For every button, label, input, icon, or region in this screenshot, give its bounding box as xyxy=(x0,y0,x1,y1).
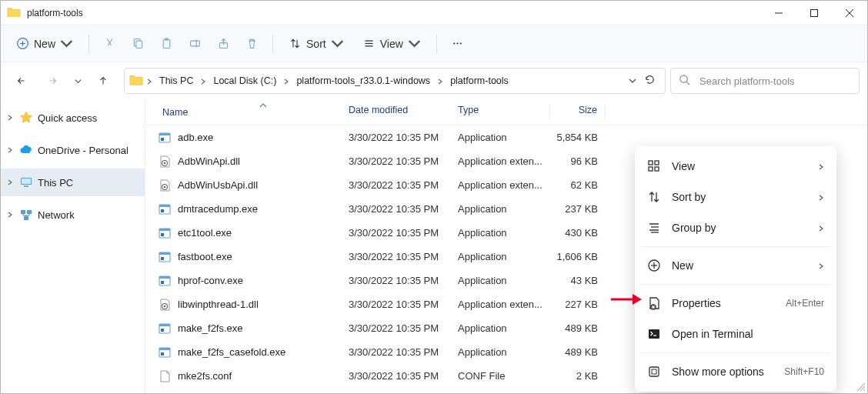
refresh-button[interactable] xyxy=(644,74,656,88)
chevron-right-icon[interactable] xyxy=(283,74,289,88)
chevron-right-icon[interactable] xyxy=(5,212,15,218)
explorer-window: platform-tools New Sort View xyxy=(0,0,868,394)
sidebar-item-network[interactable]: Network xyxy=(1,201,145,229)
back-button[interactable] xyxy=(8,68,35,94)
file-name: make_f2fs_casefold.exe xyxy=(178,346,349,358)
context-new[interactable]: New xyxy=(639,250,832,281)
file-date: 3/30/2022 10:35 PM xyxy=(349,275,458,286)
column-name[interactable]: Name xyxy=(158,105,349,120)
address-bar-row: This PC Local Disk (C:) platform-tools_r… xyxy=(1,62,867,99)
svg-rect-41 xyxy=(161,209,164,212)
view-button[interactable]: View xyxy=(355,31,429,57)
file-date: 3/30/2022 10:35 PM xyxy=(349,227,458,239)
file-icon xyxy=(158,202,172,216)
paste-button[interactable] xyxy=(154,31,179,57)
copy-button[interactable] xyxy=(125,31,151,57)
column-type[interactable]: Type xyxy=(458,105,550,120)
svg-rect-30 xyxy=(27,210,32,214)
dropdown-button[interactable] xyxy=(629,74,636,88)
forward-button[interactable] xyxy=(39,68,65,94)
svg-rect-57 xyxy=(159,348,170,350)
file-size: 43 KB xyxy=(550,275,606,286)
file-type: CONF File xyxy=(458,370,550,382)
group-icon xyxy=(647,221,661,235)
view-label: View xyxy=(380,38,403,50)
file-size: 227 KB xyxy=(550,299,606,310)
breadcrumb-disk[interactable]: Local Disk (C:) xyxy=(209,73,280,88)
column-size[interactable]: Size xyxy=(550,105,606,120)
cut-button[interactable] xyxy=(97,31,122,57)
maximize-button[interactable] xyxy=(796,1,832,25)
svg-rect-62 xyxy=(655,161,659,165)
file-name: etc1tool.exe xyxy=(178,227,349,239)
chevron-right-icon[interactable] xyxy=(5,179,15,185)
breadcrumb-folder2[interactable]: platform-tools xyxy=(446,73,512,88)
svg-point-52 xyxy=(164,305,166,307)
file-icon xyxy=(158,274,172,288)
sidebar-item-thispc[interactable]: This PC xyxy=(1,169,145,196)
search-box[interactable] xyxy=(670,68,860,94)
navigation-pane: Quick access OneDrive - Personal This PC… xyxy=(1,99,145,393)
file-icon xyxy=(158,226,172,240)
file-type: Application xyxy=(458,346,550,358)
file-size: 96 KB xyxy=(550,155,606,167)
chevron-right-icon[interactable] xyxy=(5,147,15,153)
menu-separator xyxy=(641,284,830,285)
chevron-right-icon xyxy=(818,191,824,203)
svg-rect-15 xyxy=(191,41,200,46)
svg-rect-50 xyxy=(161,281,164,284)
file-icon xyxy=(158,322,172,336)
sidebar-label: Quick access xyxy=(38,112,97,124)
delete-button[interactable] xyxy=(239,31,265,57)
svg-rect-28 xyxy=(24,185,28,187)
rename-button[interactable] xyxy=(182,31,208,57)
svg-rect-73 xyxy=(649,329,659,339)
sort-button[interactable]: Sort xyxy=(281,31,352,57)
menu-separator xyxy=(641,246,830,247)
resize-handle-icon[interactable] xyxy=(855,381,866,392)
file-date: 3/30/2022 10:35 PM xyxy=(349,132,458,143)
close-button[interactable] xyxy=(832,1,867,25)
search-input[interactable] xyxy=(698,75,851,88)
sidebar-item-quickaccess[interactable]: Quick access xyxy=(1,104,145,132)
file-date: 3/30/2022 10:35 PM xyxy=(349,251,458,262)
sidebar-item-onedrive[interactable]: OneDrive - Personal xyxy=(1,136,145,164)
minimize-button[interactable] xyxy=(761,1,796,25)
chevron-right-icon[interactable] xyxy=(5,115,15,121)
svg-line-25 xyxy=(686,82,689,85)
sidebar-label: This PC xyxy=(38,177,73,189)
svg-rect-58 xyxy=(161,352,164,356)
breadcrumb-thispc[interactable]: This PC xyxy=(155,73,197,88)
file-date: 3/30/2022 10:35 PM xyxy=(349,299,458,310)
chevron-right-icon[interactable] xyxy=(437,74,443,88)
breadcrumb-folder1[interactable]: platform-tools_r33.0.1-windows xyxy=(292,73,434,88)
svg-rect-47 xyxy=(161,257,164,260)
context-open-terminal[interactable]: Open in Terminal xyxy=(639,319,832,349)
svg-point-7 xyxy=(105,45,108,48)
context-group[interactable]: Group by xyxy=(639,212,832,243)
context-sort[interactable]: Sort by xyxy=(639,182,832,212)
file-name: dmtracedump.exe xyxy=(178,203,349,215)
svg-rect-46 xyxy=(159,252,170,255)
svg-rect-34 xyxy=(161,138,164,141)
more-button[interactable] xyxy=(445,31,470,57)
chevron-right-icon[interactable] xyxy=(200,74,206,88)
sort-label: Sort xyxy=(306,38,326,50)
svg-point-24 xyxy=(680,75,687,82)
up-button[interactable] xyxy=(90,68,116,94)
address-bar[interactable]: This PC Local Disk (C:) platform-tools_r… xyxy=(124,68,666,94)
column-date[interactable]: Date modified xyxy=(349,105,458,120)
context-view[interactable]: View xyxy=(639,151,832,182)
sort-icon xyxy=(647,190,661,204)
chevron-right-icon[interactable] xyxy=(146,74,152,88)
file-type: Application exten... xyxy=(458,155,550,167)
file-size: 5,854 KB xyxy=(550,132,606,143)
computer-icon xyxy=(19,175,33,189)
context-show-more[interactable]: Show more options Shift+F10 xyxy=(639,356,832,387)
share-button[interactable] xyxy=(211,31,236,57)
context-properties[interactable]: Properties Alt+Enter xyxy=(639,288,832,319)
file-type: Application exten... xyxy=(458,299,550,310)
recent-locations-button[interactable] xyxy=(70,68,85,94)
new-button[interactable]: New xyxy=(8,31,81,57)
folder-icon xyxy=(129,73,143,88)
